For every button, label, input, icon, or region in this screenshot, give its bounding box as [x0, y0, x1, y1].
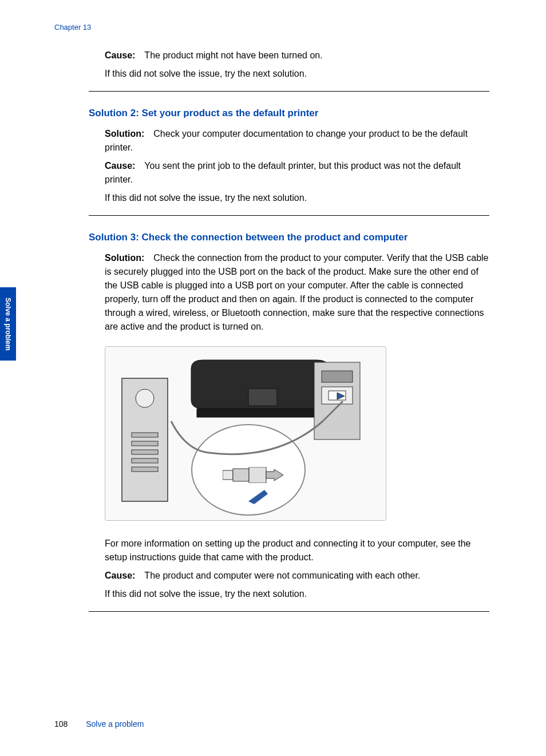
- usb-connection-figure: [105, 346, 386, 521]
- solution-label: Solution:: [105, 253, 144, 263]
- chapter-header: Chapter 13: [54, 23, 91, 31]
- cause-text: The product and computer were not commun…: [144, 571, 420, 580]
- more-info-line: For more information on setting up the p…: [105, 537, 489, 564]
- cause-line: Cause:You sent the print job to the defa…: [105, 159, 489, 187]
- divider: [89, 91, 489, 92]
- footer-title: Solve a problem: [86, 719, 144, 729]
- cable-icon: [105, 347, 386, 521]
- solution-2-heading: Solution 2: Set your product as the defa…: [89, 108, 489, 119]
- solution-line: Solution:Check the connection from the p…: [105, 251, 489, 334]
- solution-text: Check your computer documentation to cha…: [105, 129, 468, 152]
- main-content: Cause:The product might not have been tu…: [89, 49, 489, 628]
- cause-line: Cause:The product and computer were not …: [105, 569, 489, 583]
- divider: [89, 215, 489, 216]
- cause-text: The product might not have been turned o…: [144, 50, 322, 60]
- page-number: 108: [54, 719, 68, 729]
- cause-label: Cause:: [105, 161, 135, 171]
- solution-text: Check the connection from the product to…: [105, 253, 489, 331]
- page-footer: 108 Solve a problem: [54, 719, 144, 729]
- cause-line: Cause:The product might not have been tu…: [105, 49, 489, 62]
- cause-text: You sent the print job to the default pr…: [105, 161, 461, 184]
- section-2: Solution 2: Set your product as the defa…: [89, 108, 489, 205]
- section-3: Solution 3: Check the connection between…: [89, 232, 489, 601]
- solution-label: Solution:: [105, 129, 144, 138]
- solution-3-heading: Solution 3: Check the connection between…: [89, 232, 489, 243]
- section-1: Cause:The product might not have been tu…: [89, 49, 489, 81]
- retry-line: If this did not solve the issue, try the…: [105, 67, 489, 81]
- side-tab: Solve a problem: [0, 287, 16, 361]
- retry-line: If this did not solve the issue, try the…: [105, 587, 489, 601]
- cause-label: Cause:: [105, 50, 135, 60]
- side-tab-label: Solve a problem: [4, 298, 12, 351]
- retry-line: If this did not solve the issue, try the…: [105, 191, 489, 205]
- divider: [89, 611, 489, 612]
- cause-label: Cause:: [105, 571, 135, 580]
- figure-wrapper: [105, 346, 489, 521]
- solution-line: Solution:Check your computer documentati…: [105, 127, 489, 155]
